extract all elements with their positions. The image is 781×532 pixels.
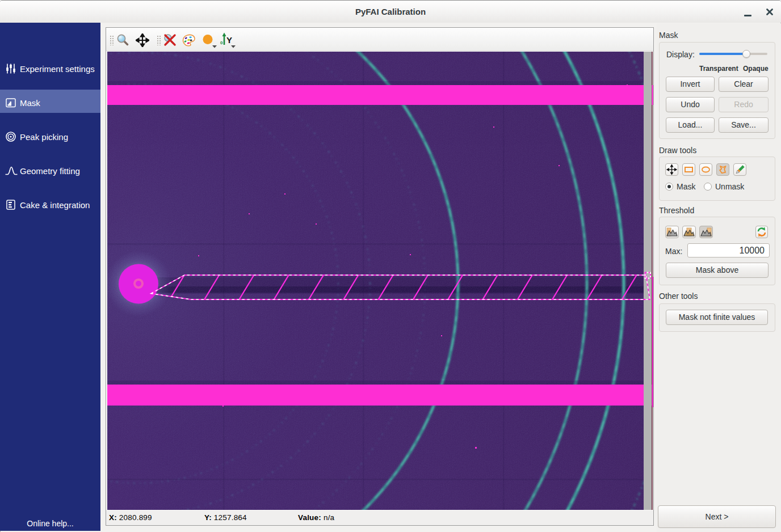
- svg-text:Y: Y: [226, 35, 232, 45]
- svg-text:0: 0: [220, 40, 223, 45]
